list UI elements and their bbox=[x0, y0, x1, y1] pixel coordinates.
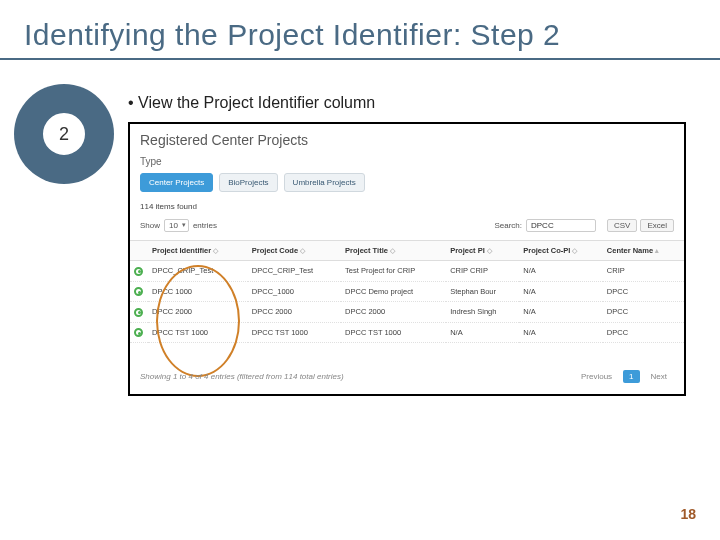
cell-copi: N/A bbox=[519, 261, 603, 282]
bullet-text: View the Project Identifier column bbox=[128, 78, 686, 122]
show-entries: Show 10 entries bbox=[140, 219, 217, 232]
cell-identifier[interactable]: DPCC_CRIP_Test bbox=[148, 261, 248, 282]
search-group: Search: DPCC bbox=[494, 219, 596, 232]
cell-copi: N/A bbox=[519, 322, 603, 343]
show-label: Show bbox=[140, 221, 160, 230]
col-project-code[interactable]: Project Code◇ bbox=[248, 241, 341, 261]
table-row[interactable]: DPCC 1000 DPCC_1000 DPCC Demo project St… bbox=[130, 281, 684, 302]
cell-identifier[interactable]: DPCC 2000 bbox=[148, 302, 248, 323]
next-button[interactable]: Next bbox=[644, 369, 674, 384]
tab-umbrella-projects[interactable]: Umbrella Projects bbox=[284, 173, 365, 192]
table-info: Showing 1 to 4 of 4 entries (filtered fr… bbox=[140, 372, 344, 381]
col-icon bbox=[130, 241, 148, 261]
cell-center: CRIP bbox=[603, 261, 684, 282]
table-footer: Showing 1 to 4 of 4 entries (filtered fr… bbox=[130, 363, 684, 388]
previous-button[interactable]: Previous bbox=[574, 369, 619, 384]
cell-identifier[interactable]: DPCC 1000 bbox=[148, 281, 248, 302]
col-project-identifier[interactable]: Project Identifier◇ bbox=[148, 241, 248, 261]
search-label: Search: bbox=[494, 221, 522, 230]
cell-copi: N/A bbox=[519, 281, 603, 302]
cell-title: DPCC TST 1000 bbox=[341, 322, 446, 343]
table-row[interactable]: DPCC 2000 DPCC 2000 DPCC 2000 Indresh Si… bbox=[130, 302, 684, 323]
cell-identifier[interactable]: DPCC TST 1000 bbox=[148, 322, 248, 343]
table-row[interactable]: DPCC_CRIP_Test DPCC_CRIP_Test Test Proje… bbox=[130, 261, 684, 282]
cell-title: DPCC Demo project bbox=[341, 281, 446, 302]
status-icon bbox=[134, 308, 143, 317]
col-project-copi[interactable]: Project Co-PI◇ bbox=[519, 241, 603, 261]
type-label: Type bbox=[130, 150, 684, 171]
page-size-select[interactable]: 10 bbox=[164, 219, 189, 232]
cell-title: Test Project for CRIP bbox=[341, 261, 446, 282]
search-input[interactable]: DPCC bbox=[526, 219, 596, 232]
step-badge: 2 bbox=[14, 84, 114, 184]
cell-center: DPCC bbox=[603, 302, 684, 323]
table-toolbar: Show 10 entries Search: DPCC CSV Excel bbox=[130, 217, 684, 238]
tab-bioprojects[interactable]: BioProjects bbox=[219, 173, 277, 192]
col-project-title[interactable]: Project Title◇ bbox=[341, 241, 446, 261]
export-csv-button[interactable]: CSV bbox=[607, 219, 637, 232]
cell-center: DPCC bbox=[603, 322, 684, 343]
cell-code: DPCC TST 1000 bbox=[248, 322, 341, 343]
step-number: 2 bbox=[43, 113, 85, 155]
embedded-screenshot: Registered Center Projects Type Center P… bbox=[128, 122, 686, 396]
entries-label: entries bbox=[193, 221, 217, 230]
projects-table: Project Identifier◇ Project Code◇ Projec… bbox=[130, 240, 684, 343]
page-1-button[interactable]: 1 bbox=[623, 370, 639, 383]
status-icon bbox=[134, 267, 143, 276]
cell-title: DPCC 2000 bbox=[341, 302, 446, 323]
cell-pi: N/A bbox=[446, 322, 519, 343]
slide-body: 2 View the Project Identifier column Reg… bbox=[0, 78, 720, 396]
panel-heading: Registered Center Projects bbox=[130, 124, 684, 150]
title-underline bbox=[0, 58, 720, 60]
cell-copi: N/A bbox=[519, 302, 603, 323]
cell-center: DPCC bbox=[603, 281, 684, 302]
status-icon bbox=[134, 287, 143, 296]
export-excel-button[interactable]: Excel bbox=[640, 219, 674, 232]
page-number: 18 bbox=[680, 506, 696, 522]
tab-center-projects[interactable]: Center Projects bbox=[140, 173, 213, 192]
table-header-row: Project Identifier◇ Project Code◇ Projec… bbox=[130, 241, 684, 261]
cell-pi: Stephan Bour bbox=[446, 281, 519, 302]
tab-row: Center Projects BioProjects Umbrella Pro… bbox=[130, 171, 684, 198]
col-project-pi[interactable]: Project PI◇ bbox=[446, 241, 519, 261]
slide: Identifying the Project Identifier: Step… bbox=[0, 0, 720, 540]
content-column: View the Project Identifier column Regis… bbox=[128, 78, 686, 396]
table-row[interactable]: DPCC TST 1000 DPCC TST 1000 DPCC TST 100… bbox=[130, 322, 684, 343]
items-found: 114 items found bbox=[130, 198, 684, 217]
col-center-name[interactable]: Center Name▴ bbox=[603, 241, 684, 261]
cell-code: DPCC_CRIP_Test bbox=[248, 261, 341, 282]
slide-title: Identifying the Project Identifier: Step… bbox=[0, 0, 720, 58]
pager: Previous 1 Next bbox=[574, 369, 674, 384]
cell-pi: Indresh Singh bbox=[446, 302, 519, 323]
status-icon bbox=[134, 328, 143, 337]
cell-code: DPCC_1000 bbox=[248, 281, 341, 302]
cell-code: DPCC 2000 bbox=[248, 302, 341, 323]
cell-pi: CRIP CRIP bbox=[446, 261, 519, 282]
